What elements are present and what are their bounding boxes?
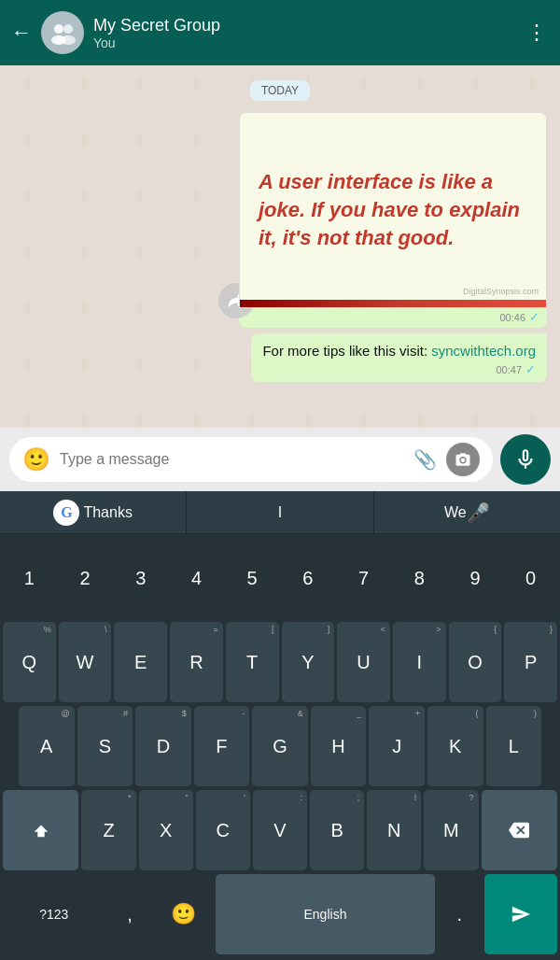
mic-button[interactable] (500, 434, 551, 485)
camera-button[interactable] (446, 443, 480, 476)
key-z[interactable]: *Z (81, 790, 135, 870)
chat-area: TODAY A user interface is like a joke. I… (0, 65, 560, 428)
suggestion-we[interactable]: We 🎤 (374, 491, 560, 533)
comma-key[interactable]: , (108, 874, 152, 954)
image-message: A user interface is like a joke. If you … (239, 112, 547, 328)
key-y[interactable]: ]Y (282, 622, 335, 702)
chat-header: ← My Secret Group You ⋮ (0, 0, 560, 65)
quote-bar (240, 300, 546, 307)
suggestion-thanks-label: Thanks (83, 504, 132, 521)
space-label: English (304, 907, 347, 922)
text-footer: 00:47 ✓ (262, 362, 536, 376)
key-m[interactable]: ?M (424, 790, 478, 870)
key-h[interactable]: _H (311, 706, 367, 786)
backspace-key[interactable] (482, 790, 557, 870)
more-options-button[interactable]: ⋮ (526, 21, 549, 45)
key-u[interactable]: <U (337, 622, 390, 702)
suggestion-i[interactable]: I (187, 491, 373, 533)
google-logo: G (53, 500, 79, 526)
message-link[interactable]: syncwithtech.org (431, 343, 536, 359)
suggestion-thanks[interactable]: G Thanks (0, 491, 187, 533)
key-3[interactable]: 3 (114, 538, 167, 618)
space-key[interactable]: English (216, 874, 435, 954)
shift-key[interactable] (3, 790, 78, 870)
suggestions-row: G Thanks I We 🎤 (0, 491, 560, 534)
svg-point-1 (63, 24, 73, 34)
image-read-tick: ✓ (529, 310, 539, 324)
key-6[interactable]: 6 (282, 538, 335, 618)
svg-point-3 (61, 35, 76, 45)
header-subtitle: You (93, 35, 517, 50)
header-info: My Secret Group You (93, 16, 517, 50)
key-l[interactable]: )L (486, 706, 542, 786)
key-b[interactable]: ;B (310, 790, 364, 870)
key-p[interactable]: }P (504, 622, 557, 702)
back-button[interactable]: ← (11, 21, 32, 45)
input-area: 🙂 📎 (0, 428, 560, 491)
text-body: For more tips like this visit: (262, 343, 431, 359)
key-j[interactable]: +J (369, 706, 425, 786)
key-7[interactable]: 7 (337, 538, 390, 618)
send-key[interactable] (484, 874, 557, 954)
message-input[interactable] (60, 451, 404, 468)
key-0[interactable]: 0 (504, 538, 557, 618)
key-5[interactable]: 5 (226, 538, 279, 618)
key-s[interactable]: #S (77, 706, 133, 786)
svg-point-0 (54, 24, 63, 34)
key-q[interactable]: %Q (3, 622, 56, 702)
number-row: 1 2 3 4 5 6 7 8 9 0 (0, 534, 560, 620)
message-input-box: 🙂 📎 (9, 437, 493, 482)
symbols-key[interactable]: ?123 (3, 874, 105, 954)
period-key[interactable]: . (438, 874, 482, 954)
key-f[interactable]: -F (194, 706, 250, 786)
emoji-key[interactable]: 🙂 (155, 874, 214, 954)
quote-card: A user interface is like a joke. If you … (240, 113, 546, 307)
key-8[interactable]: 8 (393, 538, 446, 618)
key-d[interactable]: $D (135, 706, 191, 786)
key-g[interactable]: &G (252, 706, 308, 786)
key-n[interactable]: !N (367, 790, 421, 870)
qwerty-row: %Q \W E =R [T ]Y <U >I {O }P (0, 620, 560, 704)
key-e[interactable]: E (114, 622, 167, 702)
suggestion-mic-icon: 🎤 (467, 501, 490, 524)
suggestion-we-label: We (444, 504, 467, 521)
date-badge: TODAY (250, 80, 310, 101)
emoji-icon: 🙂 (171, 902, 196, 926)
key-o[interactable]: {O (449, 622, 502, 702)
text-content: For more tips like this visit: syncwitht… (262, 341, 536, 360)
key-v[interactable]: :V (253, 790, 307, 870)
bottom-row: ?123 , 🙂 English . (0, 872, 560, 960)
asdf-row: @A #S $D -F &G _H +J (K )L (0, 704, 560, 788)
image-content[interactable]: A user interface is like a joke. If you … (239, 112, 547, 308)
emoji-button[interactable]: 🙂 (22, 446, 50, 473)
text-message: For more tips like this visit: syncwitht… (251, 333, 547, 382)
key-w[interactable]: \W (59, 622, 112, 702)
zxcv-row: *Z "X 'C :V ;B !N ?M (0, 788, 560, 872)
key-c[interactable]: 'C (196, 790, 250, 870)
key-x[interactable]: "X (139, 790, 193, 870)
key-i[interactable]: >I (393, 622, 446, 702)
key-9[interactable]: 9 (449, 538, 502, 618)
key-4[interactable]: 4 (170, 538, 223, 618)
key-k[interactable]: (K (427, 706, 483, 786)
suggestion-i-label: I (278, 504, 282, 521)
quote-watermark: DigitalSynopsis.com (463, 287, 539, 296)
key-a[interactable]: @A (19, 706, 75, 786)
key-1[interactable]: 1 (3, 538, 56, 618)
group-name: My Secret Group (93, 16, 517, 35)
keyboard: G Thanks I We 🎤 1 2 3 4 5 6 7 8 9 0 %Q \… (0, 491, 560, 960)
image-time-row: 00:46 ✓ (239, 308, 547, 328)
key-r[interactable]: =R (170, 622, 223, 702)
attach-button[interactable]: 📎 (413, 448, 437, 471)
text-timestamp: 00:47 (496, 364, 522, 375)
key-2[interactable]: 2 (59, 538, 112, 618)
key-t[interactable]: [T (226, 622, 279, 702)
symbols-label: ?123 (39, 907, 68, 922)
image-timestamp: 00:46 (499, 312, 525, 323)
quote-text: A user interface is like a joke. If you … (259, 168, 527, 251)
text-read-tick: ✓ (525, 362, 536, 376)
group-avatar (41, 11, 84, 54)
